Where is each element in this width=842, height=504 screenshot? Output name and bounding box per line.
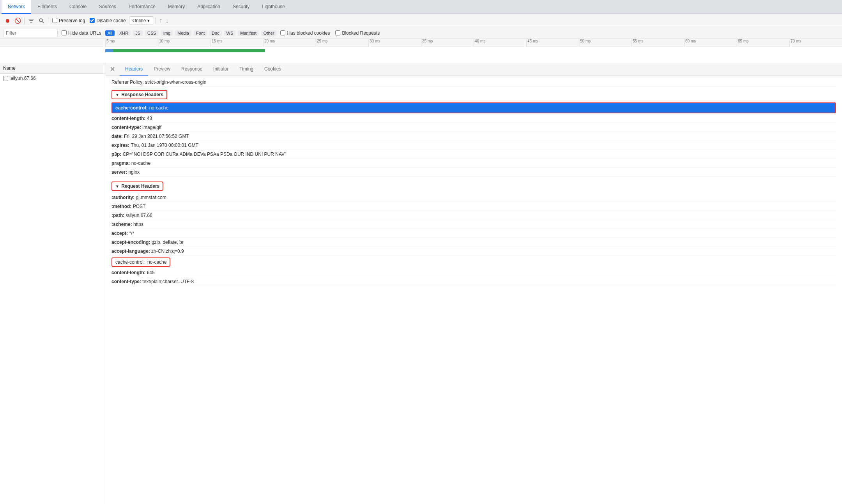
request-cache-control-row: cache-control: no-cache	[111, 256, 836, 268]
tab-timing[interactable]: Timing	[234, 63, 259, 76]
req-content-type-value: text/plain;charset=UTF-8	[142, 279, 194, 284]
method-name: :method:	[111, 204, 131, 209]
row-checkbox[interactable]	[3, 76, 8, 81]
request-headers-label-box[interactable]: ▼ Request Headers	[111, 182, 163, 191]
accept-encoding-value: gzip, deflate, br	[152, 240, 184, 245]
response-headers-title: Response Headers	[121, 92, 163, 97]
timeline-bars	[105, 49, 842, 52]
upload-button[interactable]: ↑	[158, 17, 163, 24]
expires-row: expires: Thu, 01 Jan 1970 00:00:01 GMT	[111, 141, 836, 150]
tab-initiator[interactable]: Initiator	[208, 63, 234, 76]
download-button[interactable]: ↓	[165, 17, 169, 24]
referrer-policy-name: Referrer Policy:	[111, 79, 144, 85]
request-cache-control-box: cache-control: no-cache	[111, 257, 170, 267]
accept-language-value: zh-CN,zh;q=0.9	[151, 248, 184, 254]
filter-tag-js[interactable]: JS	[133, 30, 143, 36]
tl-bar-green	[113, 49, 265, 52]
filter-toggle-button[interactable]	[27, 16, 35, 25]
tick-70ms: 70 ms	[789, 39, 842, 46]
filter-tag-doc[interactable]: Doc	[209, 30, 222, 36]
disable-cache-checkbox[interactable]: Disable cache	[90, 18, 126, 23]
divider-1	[24, 18, 25, 24]
tab-performance[interactable]: Performance	[122, 0, 162, 14]
response-cache-control-name: cache-control:	[115, 105, 148, 111]
sub-tab-bar: ✕ Headers Preview Response Initiator Tim…	[105, 63, 842, 76]
headers-content: Referrer Policy: strict-origin-when-cros…	[105, 76, 842, 289]
list-item[interactable]: aliyun.67.66	[0, 74, 105, 83]
record-button[interactable]: ⏺	[3, 16, 12, 25]
request-headers-section: ▼ Request Headers :authority: gj.mmstat.…	[111, 182, 836, 286]
filter-tag-css[interactable]: CSS	[145, 30, 159, 36]
scheme-value: https	[133, 222, 143, 227]
online-button[interactable]: Online ▾	[129, 16, 154, 25]
tab-network[interactable]: Network	[2, 0, 31, 14]
svg-line-1	[42, 21, 44, 23]
accept-language-name: accept-language:	[111, 248, 150, 254]
accept-name: accept:	[111, 231, 128, 236]
server-row: server: nginx	[111, 168, 836, 177]
name-column-header: Name	[0, 63, 105, 74]
tick-10ms: 10 ms	[158, 39, 210, 46]
tab-lighthouse[interactable]: Lighthouse	[256, 0, 291, 14]
left-panel: Name aliyun.67.66	[0, 63, 105, 504]
tab-application[interactable]: Application	[191, 0, 226, 14]
filter-tag-xhr[interactable]: XHR	[117, 30, 131, 36]
tick-60ms: 60 ms	[684, 39, 737, 46]
timeline-graph	[0, 49, 842, 63]
server-value: nginx	[128, 169, 140, 175]
chevron-down-icon: ▾	[147, 18, 150, 23]
pragma-value: no-cache	[131, 160, 150, 166]
divider-2	[48, 18, 48, 24]
req-content-length-value: 645	[147, 270, 155, 275]
filter-input[interactable]	[3, 29, 58, 37]
expires-value: Thu, 01 Jan 1970 00:00:01 GMT	[131, 143, 198, 148]
tab-headers[interactable]: Headers	[120, 63, 148, 76]
tab-cookies[interactable]: Cookies	[259, 63, 287, 76]
response-headers-label-box[interactable]: ▼ Response Headers	[111, 90, 167, 99]
search-button[interactable]	[37, 16, 46, 25]
request-name: aliyun.67.66	[11, 76, 36, 81]
tick-40ms: 40 ms	[474, 39, 526, 46]
preserve-log-checkbox[interactable]: Preserve log	[52, 18, 85, 23]
expires-name: expires:	[111, 143, 129, 148]
content-type-row: content-type: image/gif	[111, 123, 836, 132]
filter-tag-font[interactable]: Font	[194, 30, 207, 36]
tab-memory[interactable]: Memory	[162, 0, 191, 14]
content-length-row: content-length: 43	[111, 114, 836, 123]
tab-preview[interactable]: Preview	[148, 63, 176, 76]
filter-tag-all[interactable]: All	[105, 30, 115, 36]
filter-tag-manifest[interactable]: Manifest	[238, 30, 259, 36]
hide-data-urls-checkbox[interactable]: Hide data URLs	[62, 30, 101, 36]
has-blocked-cookies-checkbox[interactable]: Has blocked cookies	[280, 30, 330, 36]
divider-3	[156, 18, 156, 24]
scheme-name: :scheme:	[111, 222, 132, 227]
p3p-name: p3p:	[111, 152, 121, 157]
accept-row: accept: */*	[111, 229, 836, 238]
req-content-type-row: content-type: text/plain;charset=UTF-8	[111, 277, 836, 286]
content-type-name: content-type:	[111, 125, 141, 130]
close-button[interactable]: ✕	[108, 65, 117, 73]
tick-35ms: 35 ms	[421, 39, 474, 46]
response-headers-triangle: ▼	[115, 93, 119, 97]
tab-security[interactable]: Security	[226, 0, 256, 14]
filter-tag-other[interactable]: Other	[261, 30, 277, 36]
accept-encoding-name: accept-encoding:	[111, 240, 150, 245]
filter-tag-media[interactable]: Media	[175, 30, 191, 36]
blocked-requests-checkbox[interactable]: Blocked Requests	[335, 30, 380, 36]
tab-console[interactable]: Console	[63, 0, 93, 14]
pragma-name: pragma:	[111, 160, 130, 166]
tab-sources[interactable]: Sources	[93, 0, 122, 14]
tick-50ms: 50 ms	[579, 39, 632, 46]
pragma-row: pragma: no-cache	[111, 159, 836, 168]
content-type-value: image/gif	[142, 125, 161, 130]
filter-tag-ws[interactable]: WS	[224, 30, 236, 36]
p3p-row: p3p: CP="NOI DSP COR CURa ADMa DEVa PSAa…	[111, 150, 836, 159]
clear-button[interactable]: 🚫	[13, 16, 22, 25]
filter-tag-img[interactable]: Img	[161, 30, 173, 36]
tab-response[interactable]: Response	[176, 63, 208, 76]
response-cache-control-row[interactable]: cache-control: no-cache	[111, 102, 836, 113]
tick-5ms: 5 ms	[105, 39, 158, 46]
tab-elements[interactable]: Elements	[31, 0, 63, 14]
date-row: date: Fri, 29 Jan 2021 07:56:52 GMT	[111, 132, 836, 141]
path-row: :path: /aliyun.67.66	[111, 211, 836, 220]
